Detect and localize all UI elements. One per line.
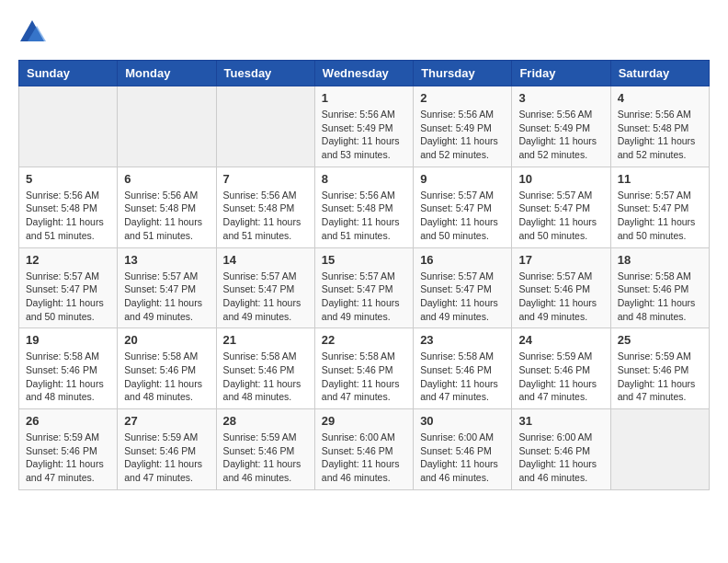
day-info: Sunrise: 5:59 AM Sunset: 5:46 PM Dayligh…	[26, 431, 110, 485]
calendar-cell: 2Sunrise: 5:56 AM Sunset: 5:49 PM Daylig…	[414, 86, 512, 167]
day-number: 7	[223, 172, 308, 186]
calendar-cell: 28Sunrise: 5:59 AM Sunset: 5:46 PM Dayli…	[216, 409, 314, 490]
day-info: Sunrise: 5:57 AM Sunset: 5:47 PM Dayligh…	[618, 189, 702, 243]
day-number: 31	[518, 414, 603, 428]
day-number: 17	[518, 253, 603, 267]
day-info: Sunrise: 5:58 AM Sunset: 5:46 PM Dayligh…	[223, 350, 308, 404]
calendar-cell: 26Sunrise: 5:59 AM Sunset: 5:46 PM Dayli…	[19, 409, 118, 490]
weekday-header-wednesday: Wednesday	[314, 61, 413, 86]
day-info: Sunrise: 5:58 AM Sunset: 5:46 PM Dayligh…	[26, 350, 110, 404]
week-row-2: 5Sunrise: 5:56 AM Sunset: 5:48 PM Daylig…	[19, 167, 710, 247]
day-number: 30	[420, 414, 505, 428]
weekday-header-friday: Friday	[512, 61, 610, 86]
day-number: 26	[26, 414, 110, 428]
weekday-header-monday: Monday	[118, 61, 216, 86]
day-number: 12	[26, 253, 110, 267]
weekday-header-sunday: Sunday	[19, 61, 118, 86]
week-row-3: 12Sunrise: 5:57 AM Sunset: 5:47 PM Dayli…	[19, 247, 710, 328]
calendar-cell: 20Sunrise: 5:58 AM Sunset: 5:46 PM Dayli…	[118, 328, 216, 409]
calendar-cell: 17Sunrise: 5:57 AM Sunset: 5:46 PM Dayli…	[512, 247, 610, 328]
calendar-cell: 21Sunrise: 5:58 AM Sunset: 5:46 PM Dayli…	[216, 328, 314, 409]
day-info: Sunrise: 5:57 AM Sunset: 5:47 PM Dayligh…	[518, 189, 603, 243]
logo	[18, 18, 51, 46]
calendar-cell: 3Sunrise: 5:56 AM Sunset: 5:49 PM Daylig…	[512, 86, 610, 167]
calendar-cell: 22Sunrise: 5:58 AM Sunset: 5:46 PM Dayli…	[314, 328, 413, 409]
day-info: Sunrise: 5:58 AM Sunset: 5:46 PM Dayligh…	[322, 350, 406, 404]
calendar-cell: 9Sunrise: 5:57 AM Sunset: 5:47 PM Daylig…	[414, 167, 512, 247]
day-info: Sunrise: 5:57 AM Sunset: 5:47 PM Dayligh…	[420, 189, 505, 243]
calendar-cell: 8Sunrise: 5:56 AM Sunset: 5:48 PM Daylig…	[314, 167, 413, 247]
day-info: Sunrise: 5:56 AM Sunset: 5:48 PM Dayligh…	[124, 189, 209, 243]
day-number: 23	[420, 333, 505, 347]
week-row-5: 26Sunrise: 5:59 AM Sunset: 5:46 PM Dayli…	[19, 409, 710, 490]
day-info: Sunrise: 6:00 AM Sunset: 5:46 PM Dayligh…	[518, 431, 603, 485]
weekday-header-saturday: Saturday	[610, 61, 709, 86]
calendar-cell: 29Sunrise: 6:00 AM Sunset: 5:46 PM Dayli…	[314, 409, 413, 490]
calendar-cell: 6Sunrise: 5:56 AM Sunset: 5:48 PM Daylig…	[118, 167, 216, 247]
day-number: 21	[223, 333, 308, 347]
day-info: Sunrise: 5:57 AM Sunset: 5:47 PM Dayligh…	[322, 270, 406, 324]
day-number: 13	[124, 253, 209, 267]
calendar-cell: 25Sunrise: 5:59 AM Sunset: 5:46 PM Dayli…	[610, 328, 709, 409]
logo-icon	[18, 18, 46, 46]
day-number: 6	[124, 172, 209, 186]
page-header	[18, 18, 710, 46]
day-number: 16	[420, 253, 505, 267]
day-number: 25	[618, 333, 702, 347]
day-info: Sunrise: 5:56 AM Sunset: 5:48 PM Dayligh…	[223, 189, 308, 243]
calendar-cell: 15Sunrise: 5:57 AM Sunset: 5:47 PM Dayli…	[314, 247, 413, 328]
calendar-cell: 14Sunrise: 5:57 AM Sunset: 5:47 PM Dayli…	[216, 247, 314, 328]
day-number: 11	[618, 172, 702, 186]
calendar-cell: 4Sunrise: 5:56 AM Sunset: 5:48 PM Daylig…	[610, 86, 709, 167]
day-info: Sunrise: 5:56 AM Sunset: 5:48 PM Dayligh…	[322, 189, 406, 243]
calendar-cell: 11Sunrise: 5:57 AM Sunset: 5:47 PM Dayli…	[610, 167, 709, 247]
day-info: Sunrise: 5:56 AM Sunset: 5:48 PM Dayligh…	[618, 108, 702, 162]
day-info: Sunrise: 5:56 AM Sunset: 5:49 PM Dayligh…	[518, 108, 603, 162]
calendar-cell: 18Sunrise: 5:58 AM Sunset: 5:46 PM Dayli…	[610, 247, 709, 328]
day-info: Sunrise: 5:57 AM Sunset: 5:47 PM Dayligh…	[26, 270, 110, 324]
day-info: Sunrise: 5:56 AM Sunset: 5:49 PM Dayligh…	[420, 108, 505, 162]
calendar-table: SundayMondayTuesdayWednesdayThursdayFrid…	[18, 60, 710, 490]
day-number: 15	[322, 253, 406, 267]
day-number: 18	[618, 253, 702, 267]
calendar-cell	[610, 409, 709, 490]
day-number: 27	[124, 414, 209, 428]
day-info: Sunrise: 6:00 AM Sunset: 5:46 PM Dayligh…	[420, 431, 505, 485]
day-number: 9	[420, 172, 505, 186]
day-info: Sunrise: 5:57 AM Sunset: 5:47 PM Dayligh…	[124, 270, 209, 324]
day-info: Sunrise: 5:59 AM Sunset: 5:46 PM Dayligh…	[618, 350, 702, 404]
day-info: Sunrise: 5:58 AM Sunset: 5:46 PM Dayligh…	[618, 270, 702, 324]
day-number: 5	[26, 172, 110, 186]
day-number: 10	[518, 172, 603, 186]
day-info: Sunrise: 5:58 AM Sunset: 5:46 PM Dayligh…	[124, 350, 209, 404]
day-info: Sunrise: 5:57 AM Sunset: 5:47 PM Dayligh…	[223, 270, 308, 324]
day-info: Sunrise: 5:56 AM Sunset: 5:49 PM Dayligh…	[322, 108, 406, 162]
week-row-1: 1Sunrise: 5:56 AM Sunset: 5:49 PM Daylig…	[19, 86, 710, 167]
calendar-cell	[19, 86, 118, 167]
day-info: Sunrise: 5:59 AM Sunset: 5:46 PM Dayligh…	[518, 350, 603, 404]
weekday-header-tuesday: Tuesday	[216, 61, 314, 86]
weekday-header-row: SundayMondayTuesdayWednesdayThursdayFrid…	[19, 61, 710, 86]
calendar-cell: 10Sunrise: 5:57 AM Sunset: 5:47 PM Dayli…	[512, 167, 610, 247]
day-number: 3	[518, 91, 603, 105]
day-info: Sunrise: 5:56 AM Sunset: 5:48 PM Dayligh…	[26, 189, 110, 243]
calendar-cell: 1Sunrise: 5:56 AM Sunset: 5:49 PM Daylig…	[314, 86, 413, 167]
calendar-cell: 12Sunrise: 5:57 AM Sunset: 5:47 PM Dayli…	[19, 247, 118, 328]
day-number: 22	[322, 333, 406, 347]
calendar-cell	[118, 86, 216, 167]
calendar-cell: 23Sunrise: 5:58 AM Sunset: 5:46 PM Dayli…	[414, 328, 512, 409]
day-number: 8	[322, 172, 406, 186]
calendar-cell: 13Sunrise: 5:57 AM Sunset: 5:47 PM Dayli…	[118, 247, 216, 328]
week-row-4: 19Sunrise: 5:58 AM Sunset: 5:46 PM Dayli…	[19, 328, 710, 409]
day-info: Sunrise: 5:58 AM Sunset: 5:46 PM Dayligh…	[420, 350, 505, 404]
calendar-cell: 30Sunrise: 6:00 AM Sunset: 5:46 PM Dayli…	[414, 409, 512, 490]
day-number: 19	[26, 333, 110, 347]
day-info: Sunrise: 5:59 AM Sunset: 5:46 PM Dayligh…	[124, 431, 209, 485]
day-number: 28	[223, 414, 308, 428]
day-info: Sunrise: 5:59 AM Sunset: 5:46 PM Dayligh…	[223, 431, 308, 485]
day-number: 1	[322, 91, 406, 105]
day-number: 14	[223, 253, 308, 267]
day-number: 20	[124, 333, 209, 347]
day-info: Sunrise: 6:00 AM Sunset: 5:46 PM Dayligh…	[322, 431, 406, 485]
day-number: 2	[420, 91, 505, 105]
